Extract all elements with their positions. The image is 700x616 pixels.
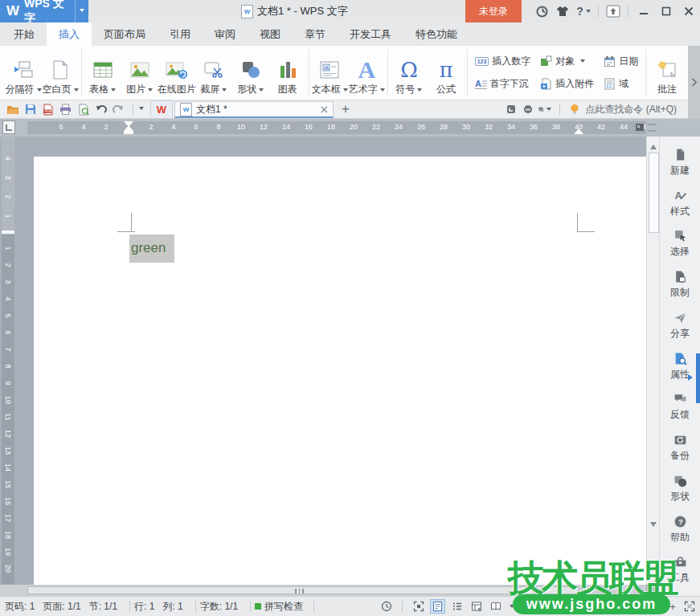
tab-dev-tools[interactable]: 开发工具 bbox=[338, 22, 403, 46]
print-button[interactable] bbox=[58, 102, 73, 117]
tab-close-icon[interactable] bbox=[321, 106, 328, 113]
sidebar-item-properties[interactable]: 属性 bbox=[660, 352, 700, 393]
date-button[interactable]: 日期 bbox=[602, 50, 640, 73]
split-pane-handle[interactable] bbox=[648, 124, 657, 132]
scroll-up-icon[interactable] bbox=[650, 141, 657, 149]
vertical-scrollbar[interactable] bbox=[646, 137, 659, 585]
open-button[interactable] bbox=[5, 102, 20, 117]
print-preview-button[interactable] bbox=[76, 102, 91, 117]
export-pdf-button[interactable]: PDF bbox=[40, 102, 55, 117]
redo-button[interactable] bbox=[111, 102, 126, 117]
tab-special-features[interactable]: 特色功能 bbox=[403, 22, 469, 46]
chevron-down-icon bbox=[580, 59, 585, 65]
spellcheck-status[interactable]: 拼写检查 bbox=[255, 600, 303, 614]
horizontal-scroll-thumb[interactable] bbox=[27, 586, 579, 594]
wps-circle-icon[interactable] bbox=[522, 103, 534, 116]
new-tab-button[interactable]: + bbox=[342, 101, 350, 117]
corner-icon[interactable] bbox=[505, 103, 518, 116]
web-layout-view-icon[interactable] bbox=[469, 599, 484, 614]
help-button[interactable]: ? bbox=[575, 2, 592, 20]
page-view-icon[interactable] bbox=[430, 599, 445, 614]
ribbon-expand-button[interactable] bbox=[688, 46, 700, 119]
read-mode-icon[interactable] bbox=[488, 599, 503, 614]
tab-page-layout[interactable]: 页面布局 bbox=[92, 22, 158, 46]
right-indent-marker[interactable] bbox=[574, 124, 583, 134]
shapes-button[interactable]: 形状 bbox=[232, 47, 269, 99]
task-pane-toggle[interactable] bbox=[696, 353, 700, 403]
field-button[interactable]: 域 bbox=[602, 73, 640, 96]
tab-review[interactable]: 审阅 bbox=[203, 22, 248, 46]
document-tab[interactable]: W 文档1 * bbox=[174, 101, 334, 118]
tab-insert[interactable]: 插入 bbox=[47, 22, 92, 46]
maximize-button[interactable] bbox=[655, 0, 677, 22]
minimize-button[interactable] bbox=[632, 0, 655, 22]
history-icon[interactable] bbox=[379, 599, 394, 614]
page-break-icon bbox=[13, 56, 34, 84]
horizontal-ruler[interactable]: 642 246810121416182022242628303234363840… bbox=[27, 121, 646, 134]
logo-dropdown[interactable] bbox=[75, 0, 88, 22]
screenshot-button[interactable]: 截屏 bbox=[195, 47, 232, 99]
undo-button[interactable] bbox=[93, 102, 108, 117]
window-dropdown-icon[interactable] bbox=[538, 103, 551, 116]
online-picture-button[interactable]: 在线图片 bbox=[158, 47, 195, 99]
tab-section[interactable]: 章节 bbox=[293, 22, 338, 46]
sidebar-item-backup[interactable]: 备份 bbox=[660, 433, 700, 474]
group-separator bbox=[81, 49, 82, 96]
collapse-ribbon-button[interactable] bbox=[604, 2, 622, 20]
tab-view[interactable]: 视图 bbox=[248, 22, 293, 46]
tab-stop-selector[interactable] bbox=[2, 120, 15, 134]
blank-page-button[interactable]: 空白页 bbox=[42, 47, 79, 99]
vertical-ruler[interactable]: 4321 1234567891011121314151617181920 bbox=[2, 137, 14, 585]
tab-references[interactable]: 引用 bbox=[158, 22, 203, 46]
sidebar-item-help[interactable]: ? 帮助 bbox=[660, 515, 700, 556]
left-indent-marker[interactable] bbox=[124, 131, 133, 134]
vertical-scroll-thumb[interactable] bbox=[649, 153, 659, 233]
quickbar-dropdown[interactable] bbox=[139, 107, 144, 112]
picture-button[interactable]: 图片 bbox=[121, 47, 158, 99]
login-button[interactable]: 未登录 bbox=[465, 0, 522, 22]
document-page[interactable]: green bbox=[34, 157, 646, 585]
community-icon[interactable] bbox=[533, 2, 551, 20]
object-button[interactable]: 对象 bbox=[538, 50, 596, 73]
insert-number-button[interactable]: 123 插入数字 bbox=[473, 50, 533, 73]
table-button[interactable]: 表格 bbox=[84, 47, 121, 99]
outline-view-icon[interactable] bbox=[449, 599, 465, 614]
tab-home[interactable]: 开始 bbox=[2, 22, 47, 46]
lightbulb-icon bbox=[568, 103, 581, 116]
sidebar-item-share[interactable]: 分享 bbox=[660, 311, 700, 352]
break-button[interactable]: 分隔符 bbox=[5, 47, 42, 99]
fullscreen-view-icon[interactable] bbox=[411, 599, 426, 614]
sidebar-item-styles[interactable]: A 样式 bbox=[660, 189, 700, 230]
sidebar-item-feedback[interactable]: 反馈 bbox=[660, 392, 700, 433]
dropcap-button[interactable]: A 首字下沉 bbox=[473, 73, 533, 96]
chart-button[interactable]: 图表 bbox=[269, 47, 306, 99]
scroll-down-icon[interactable] bbox=[650, 522, 657, 530]
chevron-down-icon bbox=[80, 9, 84, 14]
document-text[interactable]: green bbox=[129, 240, 166, 255]
wordart-button[interactable]: A 艺术字 bbox=[348, 47, 385, 99]
sidebar-item-select[interactable]: 选择 bbox=[660, 229, 700, 270]
sidebar-item-shapes[interactable]: 形状 bbox=[660, 474, 700, 515]
comment-button[interactable]: 批注 bbox=[649, 47, 686, 99]
ruler-settings-icon[interactable] bbox=[635, 122, 645, 133]
find-command-hint[interactable]: 点此查找命令 (Alt+Q) bbox=[585, 103, 677, 116]
margin-crop-mark bbox=[117, 231, 135, 232]
redo-icon bbox=[113, 104, 125, 115]
sidebar-item-new[interactable]: 新建 bbox=[660, 148, 700, 189]
formula-button[interactable]: π 公式 bbox=[428, 47, 465, 99]
close-button[interactable] bbox=[677, 0, 700, 22]
hanging-indent-marker[interactable] bbox=[124, 121, 133, 131]
textbox-icon: A bbox=[319, 56, 340, 84]
separator bbox=[129, 601, 130, 612]
skin-shirt-icon[interactable] bbox=[554, 2, 571, 20]
wps-home-button[interactable]: W bbox=[150, 100, 173, 119]
attachment-button[interactable]: 插入附件 bbox=[538, 73, 596, 96]
symbol-button[interactable]: Ω 符号 bbox=[391, 47, 428, 99]
status-word-count[interactable]: 字数: 1/1 bbox=[200, 600, 238, 614]
save-button[interactable] bbox=[23, 102, 38, 117]
wps-logo-button[interactable]: W WPS 文字 bbox=[0, 0, 88, 22]
selected-text-highlight[interactable]: green bbox=[129, 235, 174, 263]
textbox-button[interactable]: A 文本框 bbox=[311, 47, 348, 99]
sidebar-item-restrict[interactable]: 限制 bbox=[660, 270, 700, 311]
fit-page-icon[interactable] bbox=[682, 599, 697, 614]
